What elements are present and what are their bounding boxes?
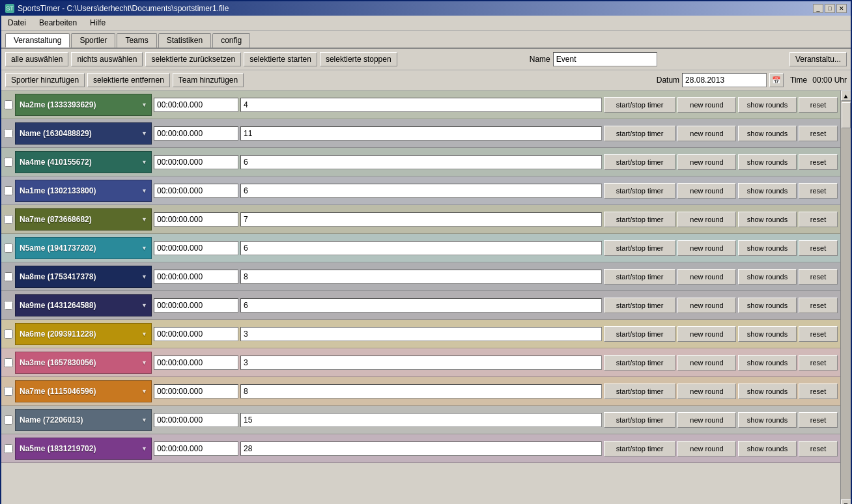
new-round-button[interactable]: new round <box>677 326 736 342</box>
athlete-checkbox[interactable] <box>4 158 13 167</box>
reset-button[interactable]: reset <box>799 326 838 342</box>
btn-stop-selected[interactable]: selektierte stoppen <box>320 52 397 66</box>
btn-start-selected[interactable]: selektierte starten <box>244 52 317 66</box>
show-rounds-button[interactable]: show rounds <box>738 355 797 371</box>
minimize-button[interactable]: _ <box>813 4 823 13</box>
tab-statistiken[interactable]: Statistiken <box>158 33 211 48</box>
athlete-dropdown-arrow[interactable]: ▼ <box>141 216 147 223</box>
athlete-dropdown-arrow[interactable]: ▼ <box>141 130 147 137</box>
reset-button[interactable]: reset <box>799 183 838 199</box>
new-round-button[interactable]: new round <box>677 154 736 170</box>
start-stop-button[interactable]: start/stop timer <box>604 154 675 170</box>
start-stop-button[interactable]: start/stop timer <box>604 298 675 313</box>
new-round-button[interactable]: new round <box>677 441 736 456</box>
athlete-dropdown-arrow[interactable]: ▼ <box>141 445 147 452</box>
scrollbar-vertical[interactable]: ▲ ▼ <box>840 91 851 504</box>
maximize-button[interactable]: □ <box>825 4 835 13</box>
new-round-button[interactable]: new round <box>677 412 736 428</box>
scroll-track[interactable] <box>841 101 851 499</box>
show-rounds-button[interactable]: show rounds <box>738 441 797 456</box>
show-rounds-button[interactable]: show rounds <box>738 97 797 113</box>
athlete-dropdown-arrow[interactable]: ▼ <box>141 359 147 366</box>
start-stop-button[interactable]: start/stop timer <box>604 240 675 256</box>
tab-teams[interactable]: Teams <box>117 33 156 48</box>
athlete-checkbox[interactable] <box>4 186 13 195</box>
reset-button[interactable]: reset <box>799 154 838 170</box>
btn-reset-selected[interactable]: selektierte zurücksetzen <box>145 52 241 66</box>
athlete-dropdown-arrow[interactable]: ▼ <box>141 245 147 251</box>
reset-button[interactable]: reset <box>799 441 838 456</box>
athlete-checkbox[interactable] <box>4 129 13 138</box>
athlete-dropdown-arrow[interactable]: ▼ <box>141 188 147 194</box>
athlete-checkbox[interactable] <box>4 244 13 253</box>
veranstaltung-button[interactable]: Veranstaltu... <box>789 52 847 66</box>
scroll-thumb[interactable] <box>842 102 851 128</box>
start-stop-button[interactable]: start/stop timer <box>604 183 675 199</box>
new-round-button[interactable]: new round <box>677 384 736 399</box>
reset-button[interactable]: reset <box>799 269 838 285</box>
start-stop-button[interactable]: start/stop timer <box>604 412 675 428</box>
show-rounds-button[interactable]: show rounds <box>738 412 797 428</box>
reset-button[interactable]: reset <box>799 126 838 141</box>
new-round-button[interactable]: new round <box>677 97 736 113</box>
start-stop-button[interactable]: start/stop timer <box>604 269 675 285</box>
tab-config[interactable]: config <box>212 33 250 48</box>
calendar-button[interactable]: 📅 <box>769 73 784 87</box>
show-rounds-button[interactable]: show rounds <box>738 269 797 285</box>
datum-input[interactable] <box>682 73 767 87</box>
start-stop-button[interactable]: start/stop timer <box>604 326 675 342</box>
athlete-checkbox[interactable] <box>4 215 13 224</box>
scroll-up-button[interactable]: ▲ <box>841 91 851 101</box>
show-rounds-button[interactable]: show rounds <box>738 384 797 399</box>
athlete-dropdown-arrow[interactable]: ▼ <box>141 331 147 337</box>
athlete-checkbox[interactable] <box>4 301 13 310</box>
new-round-button[interactable]: new round <box>677 126 736 141</box>
start-stop-button[interactable]: start/stop timer <box>604 212 675 227</box>
athlete-checkbox[interactable] <box>4 100 13 109</box>
btn-add-athlete[interactable]: Sportler hinzufügen <box>5 73 85 87</box>
start-stop-button[interactable]: start/stop timer <box>604 126 675 141</box>
athlete-checkbox[interactable] <box>4 415 13 425</box>
btn-select-none[interactable]: nichts auswählen <box>71 52 143 66</box>
menu-hilfe[interactable]: Hilfe <box>86 17 109 29</box>
show-rounds-button[interactable]: show rounds <box>738 298 797 313</box>
show-rounds-button[interactable]: show rounds <box>738 212 797 227</box>
btn-add-team[interactable]: Team hinzufügen <box>173 73 244 87</box>
show-rounds-button[interactable]: show rounds <box>738 240 797 256</box>
athlete-dropdown-arrow[interactable]: ▼ <box>141 388 147 395</box>
start-stop-button[interactable]: start/stop timer <box>604 441 675 456</box>
show-rounds-button[interactable]: show rounds <box>738 154 797 170</box>
show-rounds-button[interactable]: show rounds <box>738 183 797 199</box>
athlete-checkbox[interactable] <box>4 358 13 367</box>
btn-remove-selected[interactable]: selektierte entfernen <box>87 73 170 87</box>
athlete-checkbox[interactable] <box>4 272 13 281</box>
reset-button[interactable]: reset <box>799 240 838 256</box>
new-round-button[interactable]: new round <box>677 240 736 256</box>
new-round-button[interactable]: new round <box>677 298 736 313</box>
new-round-button[interactable]: new round <box>677 212 736 227</box>
btn-select-all[interactable]: alle auswählen <box>5 52 68 66</box>
reset-button[interactable]: reset <box>799 212 838 227</box>
athlete-dropdown-arrow[interactable]: ▼ <box>141 417 147 423</box>
athlete-dropdown-arrow[interactable]: ▼ <box>141 302 147 309</box>
start-stop-button[interactable]: start/stop timer <box>604 355 675 371</box>
menu-bearbeiten[interactable]: Bearbeiten <box>35 17 81 29</box>
start-stop-button[interactable]: start/stop timer <box>604 384 675 399</box>
athlete-dropdown-arrow[interactable]: ▼ <box>141 159 147 165</box>
start-stop-button[interactable]: start/stop timer <box>604 97 675 113</box>
athlete-checkbox[interactable] <box>4 444 13 453</box>
reset-button[interactable]: reset <box>799 412 838 428</box>
athlete-checkbox[interactable] <box>4 329 13 339</box>
close-button[interactable]: ✕ <box>836 4 847 13</box>
new-round-button[interactable]: new round <box>677 183 736 199</box>
athlete-dropdown-arrow[interactable]: ▼ <box>141 273 147 280</box>
reset-button[interactable]: reset <box>799 355 838 371</box>
reset-button[interactable]: reset <box>799 97 838 113</box>
show-rounds-button[interactable]: show rounds <box>738 126 797 141</box>
tab-sportler[interactable]: Sportler <box>71 33 115 48</box>
event-name-input[interactable] <box>553 52 657 66</box>
athlete-dropdown-arrow[interactable]: ▼ <box>141 102 147 108</box>
show-rounds-button[interactable]: show rounds <box>738 326 797 342</box>
reset-button[interactable]: reset <box>799 298 838 313</box>
menu-datei[interactable]: Datei <box>4 17 30 29</box>
